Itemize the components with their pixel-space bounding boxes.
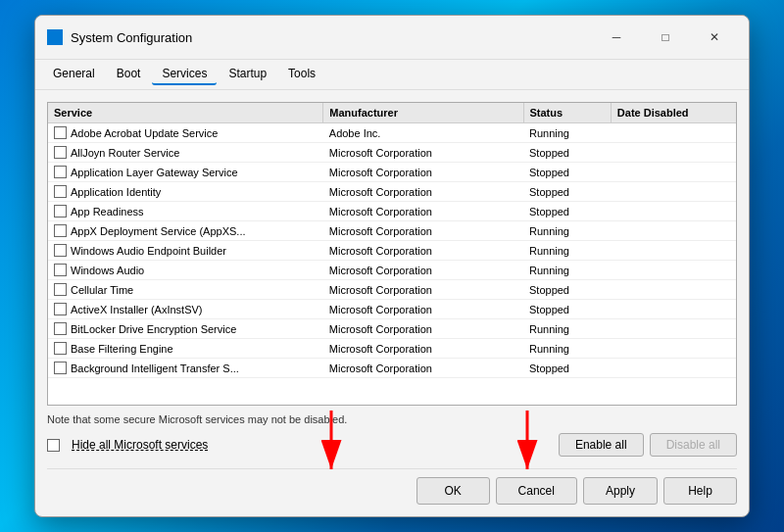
hide-ms-label[interactable]: Hide all Microsoft services <box>72 438 208 452</box>
service-cell: Application Identity <box>48 182 323 201</box>
date-cell <box>611 339 736 359</box>
note-text: Note that some secure Microsoft services… <box>47 413 737 425</box>
service-cell: AppX Deployment Service (AppXS... <box>48 221 323 240</box>
table-row: Application Layer Gateway Service Micros… <box>48 163 736 182</box>
service-checkbox[interactable] <box>54 303 67 315</box>
service-checkbox[interactable] <box>54 126 67 139</box>
manufacturer-cell: Microsoft Corporation <box>323 300 523 319</box>
status-cell: Running <box>523 261 611 280</box>
manufacturer-cell: Microsoft Corporation <box>323 163 523 182</box>
service-checkbox[interactable] <box>54 342 67 355</box>
status-cell: Stopped <box>523 280 611 300</box>
service-checkbox[interactable] <box>54 244 67 257</box>
date-cell <box>611 319 736 339</box>
col-status: Status <box>523 103 611 123</box>
service-cell: Windows Audio <box>48 261 323 279</box>
services-table-container[interactable]: Service Manufacturer Status Date Disable… <box>47 102 737 406</box>
service-checkbox[interactable] <box>54 322 67 335</box>
date-cell <box>611 359 736 378</box>
menu-general[interactable]: General <box>43 64 105 85</box>
service-cell: BitLocker Drive Encryption Service <box>48 319 323 338</box>
service-checkbox[interactable] <box>54 146 67 159</box>
table-row: Adobe Acrobat Update Service Adobe Inc. … <box>48 123 736 143</box>
manufacturer-cell: Microsoft Corporation <box>323 261 523 280</box>
status-cell: Stopped <box>523 143 611 163</box>
table-row: Application Identity Microsoft Corporati… <box>48 182 736 202</box>
status-cell: Stopped <box>523 202 611 221</box>
service-name: Application Layer Gateway Service <box>71 167 238 178</box>
manufacturer-cell: Microsoft Corporation <box>323 182 523 202</box>
service-checkbox[interactable] <box>54 166 67 178</box>
service-checkbox[interactable] <box>54 205 67 218</box>
service-checkbox[interactable] <box>54 362 67 374</box>
service-name: Windows Audio <box>71 265 144 276</box>
services-table: Service Manufacturer Status Date Disable… <box>48 103 736 378</box>
menu-boot[interactable]: Boot <box>107 64 151 85</box>
service-checkbox[interactable] <box>54 264 67 276</box>
service-cell: Application Layer Gateway Service <box>48 163 323 181</box>
minimize-button[interactable]: ─ <box>594 24 639 51</box>
enable-all-button[interactable]: Enable all <box>559 433 644 457</box>
service-checkbox[interactable] <box>54 224 67 237</box>
status-cell: Running <box>523 319 611 339</box>
service-cell: Background Intelligent Transfer S... <box>48 359 323 377</box>
menu-tools[interactable]: Tools <box>278 64 325 85</box>
help-button[interactable]: Help <box>663 477 737 505</box>
date-cell <box>611 202 736 221</box>
date-cell <box>611 280 736 300</box>
service-name: Adobe Acrobat Update Service <box>71 127 218 139</box>
service-cell: Windows Audio Endpoint Builder <box>48 241 323 260</box>
table-row: Cellular Time Microsoft Corporation Stop… <box>48 280 736 300</box>
table-row: App Readiness Microsoft Corporation Stop… <box>48 202 736 221</box>
status-cell: Running <box>523 123 611 143</box>
table-row: Background Intelligent Transfer S... Mic… <box>48 359 736 378</box>
cancel-button[interactable]: Cancel <box>496 477 577 505</box>
status-cell: Stopped <box>523 163 611 182</box>
ok-button[interactable]: OK <box>416 477 490 505</box>
svg-rect-0 <box>48 30 62 40</box>
footer-buttons: OK Cancel Apply Help <box>47 468 737 505</box>
disable-all-button[interactable]: Disable all <box>650 433 737 457</box>
close-button[interactable]: ✕ <box>692 24 737 51</box>
manufacturer-cell: Microsoft Corporation <box>323 221 523 241</box>
manufacturer-cell: Microsoft Corporation <box>323 280 523 300</box>
date-cell <box>611 123 736 143</box>
table-row: Windows Audio Endpoint Builder Microsoft… <box>48 241 736 261</box>
service-name: Windows Audio Endpoint Builder <box>71 245 226 257</box>
date-cell <box>611 143 736 163</box>
service-name: AllJoyn Router Service <box>71 147 179 159</box>
window-icon <box>47 29 63 45</box>
status-cell: Stopped <box>523 300 611 319</box>
menu-services[interactable]: Services <box>152 64 217 85</box>
status-cell: Stopped <box>523 182 611 202</box>
service-cell: AllJoyn Router Service <box>48 143 323 162</box>
table-row: BitLocker Drive Encryption Service Micro… <box>48 319 736 339</box>
service-cell: ActiveX Installer (AxInstSV) <box>48 300 323 318</box>
service-cell: Base Filtering Engine <box>48 339 323 358</box>
service-name: Background Intelligent Transfer S... <box>71 363 239 374</box>
table-row: ActiveX Installer (AxInstSV) Microsoft C… <box>48 300 736 319</box>
window-title: System Configuration <box>71 30 594 45</box>
manufacturer-cell: Adobe Inc. <box>323 123 523 143</box>
service-name: App Readiness <box>71 206 144 218</box>
hide-ms-checkbox[interactable] <box>47 439 60 452</box>
service-name: Cellular Time <box>71 284 133 296</box>
status-cell: Running <box>523 339 611 359</box>
date-cell <box>611 221 736 241</box>
apply-button[interactable]: Apply <box>583 477 658 505</box>
service-checkbox[interactable] <box>54 283 67 296</box>
table-row: AppX Deployment Service (AppXS... Micros… <box>48 221 736 241</box>
date-cell <box>611 300 736 319</box>
maximize-button[interactable]: □ <box>643 24 688 51</box>
service-checkbox[interactable] <box>54 185 67 198</box>
col-service: Service <box>48 103 323 123</box>
menu-startup[interactable]: Startup <box>219 64 276 85</box>
service-name: ActiveX Installer (AxInstSV) <box>71 304 203 315</box>
manufacturer-cell: Microsoft Corporation <box>323 319 523 339</box>
service-cell: Adobe Acrobat Update Service <box>48 123 323 142</box>
svg-rect-1 <box>50 41 60 43</box>
manufacturer-cell: Microsoft Corporation <box>323 202 523 221</box>
title-bar: System Configuration ─ □ ✕ <box>35 16 749 60</box>
col-date-disabled: Date Disabled <box>611 103 736 123</box>
enable-disable-buttons: Enable all Disable all <box>559 433 737 457</box>
